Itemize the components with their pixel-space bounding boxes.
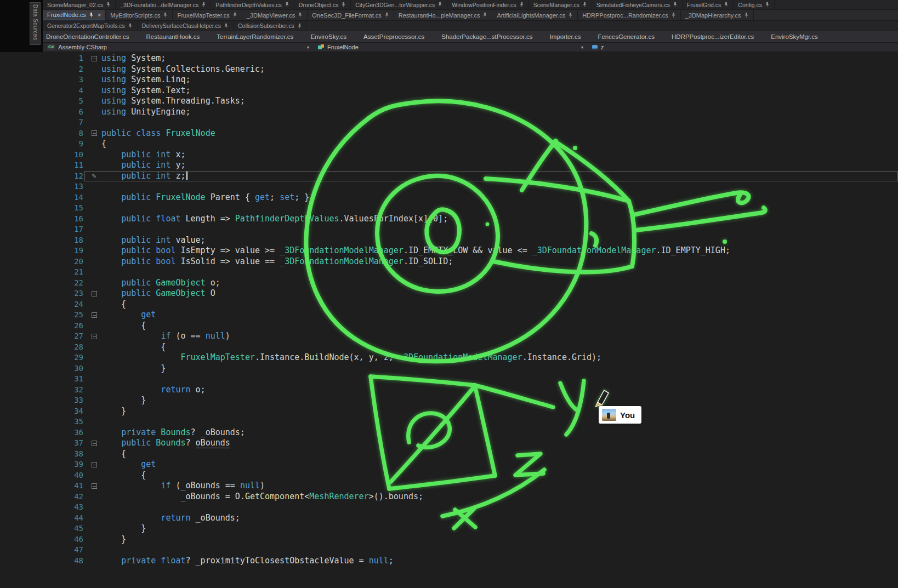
code-line[interactable]: 44 return _oBounds; (0, 513, 898, 524)
code-line[interactable]: 35 (0, 416, 898, 427)
data-sources-vertical-tab[interactable]: Data Sources (30, 2, 41, 45)
editor-tab[interactable]: CollisionSubscriber.cs (234, 21, 307, 31)
editor-tab[interactable]: SceneManager.cs (529, 0, 592, 9)
code-line[interactable]: 30 } (0, 363, 898, 374)
fold-collapse-icon[interactable]: − (92, 334, 97, 339)
code-line[interactable]: 43 (0, 502, 898, 513)
pin-icon[interactable] (232, 12, 237, 18)
code-line[interactable]: 9{ (0, 139, 898, 150)
code-line[interactable]: 21 (0, 267, 898, 278)
editor-tab[interactable]: Config.cs (734, 0, 775, 9)
editor-tab[interactable]: DroneObject.cs (294, 0, 351, 9)
code-line[interactable]: 36 private Bounds? _oBounds; (0, 427, 898, 438)
editor-tab[interactable]: EnviroSkyMgr.cs (768, 31, 821, 42)
pin-icon[interactable] (671, 12, 676, 18)
editor-tab[interactable]: FruxelGrid.cs (683, 0, 734, 9)
fold-collapse-icon[interactable]: − (92, 56, 97, 61)
code-line[interactable]: 11 public int y; (0, 160, 898, 171)
pin-icon[interactable] (201, 2, 206, 8)
code-line[interactable]: 28 { (0, 342, 898, 353)
code-line[interactable]: 37− public Bounds? oBounds (0, 438, 898, 449)
code-line[interactable]: 26 { (0, 321, 898, 332)
editor-tab[interactable]: HDRPPostproc...izerEditor.cs (668, 31, 757, 42)
code-line[interactable]: 46 } (0, 534, 898, 545)
code-line[interactable]: 8−public class FruxelNode (0, 128, 898, 139)
editor-tab[interactable]: DeliverySurfaceClassHelper.cs (138, 21, 234, 31)
code-line[interactable]: 20 public bool IsSolid => value == _3DFo… (0, 256, 898, 267)
editor-tab[interactable]: PathfinderDepthValues.cs (211, 0, 294, 9)
code-line[interactable]: 39− get (0, 459, 898, 470)
editor-tab[interactable]: HDRPPostproc...Randomizer.cs (578, 10, 681, 20)
code-line[interactable]: 32 return o; (0, 385, 898, 396)
pin-icon[interactable] (724, 2, 729, 8)
editor-tab[interactable]: DroneOrientationController.cs (43, 31, 133, 42)
code-line[interactable]: 12✎ public int z; (0, 171, 898, 182)
pin-icon[interactable] (744, 12, 749, 18)
editor-tab[interactable]: AssetPreprocessor.cs (360, 31, 428, 42)
pin-icon[interactable] (568, 12, 573, 18)
editor-tab[interactable]: TerrainLayerRandomizer.cs (213, 31, 297, 42)
code-line[interactable]: 34 } (0, 406, 898, 417)
editor-tab[interactable]: ShaderPackage...stProcessor.cs (438, 31, 536, 42)
code-line[interactable]: 16 public float Length => PathfinderDept… (0, 214, 898, 225)
code-line[interactable]: 45 } (0, 523, 898, 534)
fold-collapse-icon[interactable]: − (92, 312, 97, 318)
fold-collapse-icon[interactable]: − (92, 291, 97, 296)
editor-tab[interactable]: EnviroSky.cs (307, 31, 350, 42)
pin-icon[interactable] (89, 12, 94, 18)
pin-icon[interactable] (106, 2, 111, 8)
code-line[interactable]: 24 { (0, 299, 898, 310)
editor-tab[interactable]: _3DMapHierarchy.cs (681, 10, 754, 20)
pin-icon[interactable] (128, 23, 133, 29)
member-dropdown[interactable]: z (588, 43, 898, 52)
code-line[interactable]: 38 { (0, 449, 898, 460)
fold-collapse-icon[interactable]: − (92, 441, 97, 446)
code-line[interactable]: 25− get (0, 310, 898, 321)
project-dropdown[interactable]: C# Assembly-CSharp ▾ (43, 43, 314, 52)
close-tab-button[interactable]: × (98, 12, 101, 18)
code-line[interactable]: 23− public GameObject O (0, 288, 898, 299)
editor-tab[interactable]: CityGen3DGen...torWrapper.cs (351, 0, 447, 9)
fold-collapse-icon[interactable]: − (92, 462, 97, 467)
code-line[interactable]: 1−using System; (0, 53, 898, 64)
code-line[interactable]: 13 (0, 181, 898, 192)
fold-collapse-icon[interactable]: − (92, 483, 97, 489)
pin-icon[interactable] (673, 2, 678, 8)
code-line[interactable]: 29 FruxelMapTester.Instance.BuildNode(x,… (0, 352, 898, 363)
editor-tab[interactable]: MyEditorScripts.cs (106, 10, 173, 20)
code-line[interactable]: 18 public int value; (0, 235, 898, 246)
code-line[interactable]: 14 public FruxelNode Parent { get; set; … (0, 192, 898, 203)
pin-icon[interactable] (519, 2, 524, 8)
editor-tab[interactable]: RestaurantHo...pleManager.cs (394, 10, 493, 20)
pin-icon[interactable] (582, 2, 587, 8)
fold-collapse-icon[interactable]: − (92, 130, 97, 136)
editor-tab[interactable]: SceneManager_02.cs (43, 0, 116, 9)
editor-tab[interactable]: WindowPositionFinder.cs (447, 0, 528, 9)
code-line[interactable]: 5using System.Threading.Tasks; (0, 96, 898, 107)
editor-tab[interactable]: _3DMapViewer.cs (242, 10, 308, 20)
type-dropdown[interactable]: FruxelNode ▾ (314, 43, 588, 52)
code-line[interactable]: 48 private float? _proximityToClosestObs… (0, 556, 898, 567)
code-editor[interactable]: 1−using System;2using System.Collections… (0, 52, 898, 588)
editor-tab[interactable]: OneSec3D_FileFormat.cs (308, 10, 394, 20)
code-line[interactable]: 2using System.Collections.Generic; (0, 64, 898, 75)
pin-icon[interactable] (285, 2, 289, 8)
editor-tab[interactable]: SimulatedFisheyeCamera.cs (592, 0, 683, 9)
pin-icon[interactable] (298, 12, 303, 18)
editor-tab[interactable]: _3DFoundatio...delManager.cs (116, 0, 211, 9)
pin-icon[interactable] (437, 2, 442, 8)
code-line[interactable]: 4using System.Text; (0, 85, 898, 96)
editor-tab[interactable]: Importer.cs (547, 31, 584, 42)
pin-icon[interactable] (765, 2, 770, 8)
code-line[interactable]: 41− if (_oBounds == null) (0, 481, 898, 492)
editor-tab[interactable]: ArtificialLightsManager.cs (492, 10, 578, 20)
code-line[interactable]: 27− if (o == null) (0, 331, 898, 342)
code-line[interactable]: 3using System.Linq; (0, 75, 898, 85)
code-line[interactable]: 47 (0, 545, 898, 556)
code-line[interactable]: 19 public bool IsEmpty => value >= _3DFo… (0, 246, 898, 256)
code-line[interactable]: 31 (0, 374, 898, 385)
code-line[interactable]: 33 } (0, 395, 898, 406)
editor-tab[interactable]: Generator2ExportMapTools.cs (43, 21, 138, 31)
code-line[interactable]: 6using UnityEngine; (0, 107, 898, 118)
editor-tab[interactable]: FencesGenerator.cs (594, 31, 658, 42)
